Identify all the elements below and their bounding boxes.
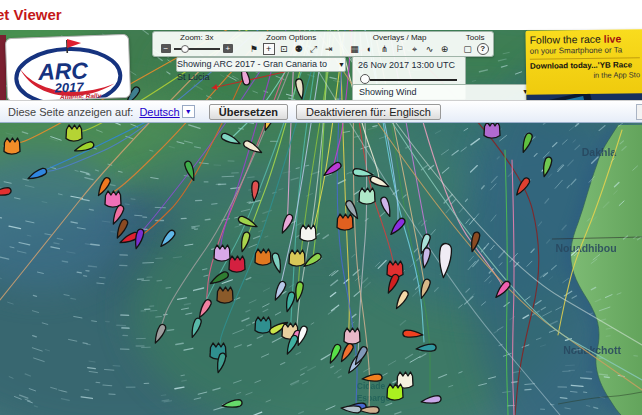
boat-marker[interactable] [229,256,245,272]
zoom-out-button[interactable]: − [161,44,171,53]
course-flag-icon[interactable]: ⚐ [394,43,406,55]
measure-icon[interactable]: ⌖ [409,43,421,55]
translate-button[interactable]: Übersetzen [209,104,288,120]
disable-translation-button[interactable]: Deaktivieren für: Englisch [296,104,441,120]
ad-banner[interactable]: Follow the race live on your Smartphone … [525,29,642,109]
boat-marker[interactable] [344,328,360,344]
grid-overlay-icon[interactable]: ▦ [349,43,361,55]
zoom-in-box-icon[interactable]: + [263,43,275,55]
boat-marker[interactable] [300,225,316,241]
zoom-fit-icon[interactable]: ⤢ [308,43,320,55]
language-link[interactable]: Deutsch [139,106,179,118]
panel-tool-icon[interactable]: ▢ [462,43,474,55]
ad-headline: Follow the race live [530,32,640,46]
boat-marker[interactable] [289,250,305,266]
page-header: et Viewer [0,0,642,30]
zoom-level-label: Zoom: 3x [180,33,213,42]
globe-icon[interactable]: ⊕ [439,43,451,55]
translate-bar: Diese Seite anzeigen auf: Deutsch ▼ Über… [0,100,642,123]
chevron-down-icon: ▼ [185,108,192,115]
boat-marker[interactable] [255,249,271,265]
race-flags-icon[interactable]: ⚑ [248,43,260,55]
timestamp: 26 Nov 2017 13:00 UTC [353,57,465,70]
boat-marker[interactable] [255,317,271,333]
boat-marker[interactable] [217,287,233,303]
zoom-options-icons: ⚑+⊡⚉⤢⇥ [248,43,335,55]
zoom-options-group: Zoom Options ⚑+⊡⚉⤢⇥ [240,32,341,56]
map-label: Nouadhibou [555,242,616,254]
help-icon[interactable]: ? [477,43,489,55]
overlay-icons: ▦◐⋔⚐⌖∿⊕ [349,43,451,55]
contrast-overlay-icon[interactable]: ◐ [364,43,376,55]
map-label: Dakhla [582,146,617,158]
arc-logo: ARC 2017 Atlantic Rally [6,35,130,101]
tool-icons: ▢? [462,43,489,55]
ad-divider [530,57,640,60]
overlays-label: Overlays / Map [373,33,427,42]
chevron-down-icon: ▼ [338,58,345,71]
ad-download-text: Download today...'YB Race [530,60,640,71]
ad-appstore-text: in the App Sto [530,70,640,81]
boat-marker[interactable] [66,125,82,141]
race-selector-label: Showing ARC 2017 - Gran Canaria to St Lu… [177,58,333,71]
race-selector-dropdown[interactable]: Showing ARC 2017 - Gran Canaria to St Lu… [176,57,346,72]
boat-marker[interactable] [387,384,403,400]
boat-marker[interactable] [484,122,500,138]
translate-label: Diese Seite anzeigen auf: [8,106,133,118]
overlays-group: Overlays / Map ▦◐⋔⚐⌖∿⊕ [342,32,457,56]
tools-label: Tools [466,33,485,42]
time-slider-knob[interactable] [360,74,370,84]
app-window: DakhlaNouadhibouNouakchottCidadeEspargos… [0,0,642,415]
logo-flag-icon [67,39,81,48]
boat-marker[interactable] [337,214,353,230]
zoom-control-group: Zoom: 3x − + [153,32,240,56]
zoom-slider-knob[interactable] [181,45,189,53]
boat-marker[interactable] [359,188,375,204]
time-slider-track[interactable] [370,79,457,81]
route-overlay-icon[interactable]: ∿ [424,43,436,55]
ad-subline: on your Smartphone or Ta [530,45,640,56]
zoom-in-button[interactable]: + [223,44,233,53]
map-label: Nouakchott [563,344,621,356]
map-toolbar: Zoom: 3x − + Zoom Options ⚑+⊡⚉⤢⇥ Overlay… [152,31,494,57]
fleet-group-icon[interactable]: ⚉ [293,43,305,55]
tools-group: Tools ▢? [457,32,493,56]
zoom-selection-icon[interactable]: ⊡ [278,43,290,55]
translate-bar-edge-button[interactable] [636,104,642,120]
boat-marker[interactable] [4,138,20,154]
language-dropdown-button[interactable]: ▼ [182,105,195,118]
map-label: Cidade [357,381,386,391]
zoom-options-label: Zoom Options [266,33,316,42]
zoom-slider[interactable] [174,45,220,53]
wind-overlay-icon[interactable]: ⋔ [379,43,391,55]
boat-marker[interactable] [214,245,230,261]
arc-logo-panel: ARC 2017 Atlantic Rally [5,34,131,102]
overlay-selector-label: Showing Wind [359,85,417,101]
boat-marker[interactable] [105,191,121,207]
goto-boat-icon[interactable]: ⇥ [323,43,335,55]
page-title: et Viewer [0,6,62,23]
